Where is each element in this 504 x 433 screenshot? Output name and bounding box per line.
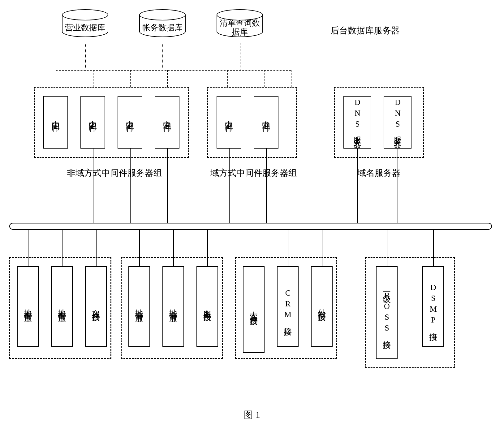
conn-mw-bus: [357, 149, 358, 223]
client-crm: CRM接口: [277, 266, 299, 347]
conn-db-mw: [85, 43, 86, 71]
conn-db-mw: [56, 70, 56, 87]
conn-db-mw: [265, 70, 265, 87]
conn-mw-bus: [93, 149, 93, 223]
conn-db-mw: [167, 70, 168, 87]
conn-db-mw: [93, 70, 93, 87]
db-query-label: 清单查询数据库: [217, 19, 262, 37]
conn-mw-bus: [398, 149, 398, 223]
conn-mw-bus: [130, 149, 131, 223]
conn-mw-bus: [229, 149, 230, 223]
conn-db-mw: [227, 70, 228, 87]
conn-db-mw: [162, 43, 163, 71]
middleware-2: 中间件2: [80, 96, 105, 149]
client-city-business-1: 地市营业: [17, 266, 39, 347]
conn-db-mw: [240, 43, 240, 71]
dns-label: 域名服务器: [343, 167, 415, 179]
backend-db-server-label: 后台数据库服务器: [309, 25, 421, 37]
middleware-1: 中间件1: [43, 96, 68, 149]
db-account: 帐务数据库: [139, 9, 186, 37]
conn-mw-bus: [167, 149, 168, 223]
middleware-4: 中间件4: [155, 96, 179, 149]
figure-caption: 图 1: [0, 409, 504, 421]
middleware-3: 中间件3: [118, 96, 142, 149]
client-big-customer: 大客户接口: [243, 266, 265, 353]
middleware-5: 中间件5: [217, 96, 241, 149]
network-bus: [9, 223, 492, 230]
client-city-business-3: 地市营业: [128, 266, 150, 347]
non-domain-mw-label: 非域方式中间件服务器组: [56, 167, 173, 179]
conn-mw-bus: [266, 149, 267, 223]
client-dsmp: DSMP接口: [422, 266, 444, 347]
client-city-business-4: 地市营业: [162, 266, 184, 347]
client-city-business-2: 地市营业: [51, 266, 73, 347]
db-query: 清单查询数据库: [217, 9, 263, 37]
conn-db-mw: [130, 70, 131, 87]
db-business: 营业数据库: [62, 9, 108, 37]
db-business-label: 营业数据库: [65, 24, 105, 32]
dns-server-2: DNS服务器2: [384, 96, 411, 149]
dns-server-1: DNS服务器1: [343, 96, 371, 149]
client-service-interface-2: 客服接口: [196, 266, 218, 347]
client-boss: 一级BOSS接口: [376, 266, 398, 359]
middleware-6: 中间件6: [254, 96, 278, 149]
conn-db-mw: [291, 70, 291, 87]
client-external: 外部接口: [311, 266, 333, 347]
db-account-label: 帐务数据库: [142, 24, 183, 32]
client-service-interface-1: 客服接口: [85, 266, 107, 347]
conn-db-mw-h: [56, 70, 291, 71]
conn-mw-bus: [56, 149, 56, 223]
domain-mw-label: 域方式中间件服务器组: [204, 167, 303, 179]
